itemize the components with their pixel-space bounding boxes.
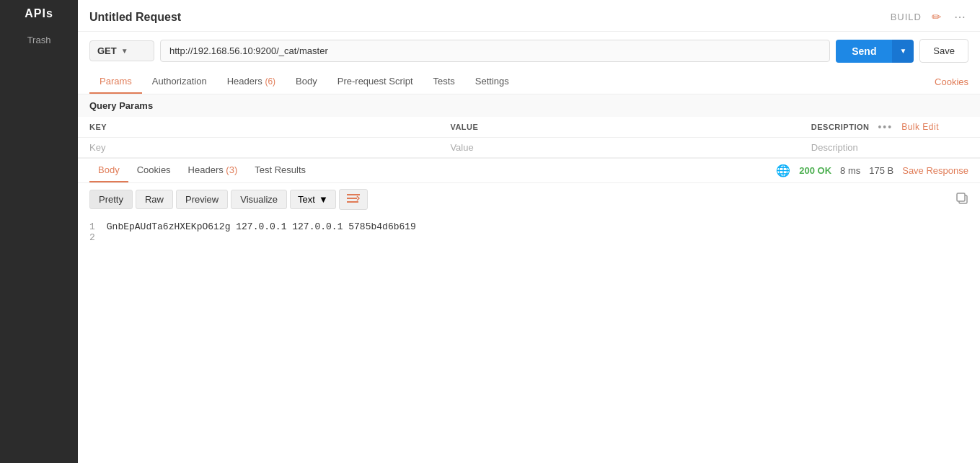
text-format-dropdown[interactable]: Text ▼	[290, 190, 336, 209]
more-icon-button[interactable]: ⋯	[951, 7, 968, 27]
format-preview-button[interactable]: Preview	[176, 190, 228, 209]
send-dropdown-button[interactable]: ▼	[892, 40, 914, 63]
globe-icon: 🌐	[776, 164, 790, 177]
bulk-edit-link[interactable]: Bulk Edit	[901, 122, 939, 132]
code-value-1: GnbEpAUdTa6zHXEKpO6i2g 127.0.0.1 127.0.0…	[107, 221, 416, 232]
wrap-lines-button[interactable]	[339, 189, 368, 210]
text-format-label: Text	[298, 194, 315, 205]
response-section: Body Cookies Headers (3) Test Results 🌐 …	[78, 158, 980, 463]
response-body-toolbar: Pretty Raw Preview Visualize Text ▼	[78, 183, 980, 216]
method-select[interactable]: GET ▼	[89, 40, 154, 61]
chevron-down-icon: ▼	[121, 47, 128, 55]
response-size: 175 B	[869, 165, 893, 176]
send-btn-group: Send ▼	[836, 40, 914, 63]
edit-icon-button[interactable]: ✏	[929, 7, 944, 27]
format-raw-button[interactable]: Raw	[136, 190, 173, 209]
save-response-link[interactable]: Save Response	[902, 165, 968, 176]
sidebar: APIs Trash	[0, 0, 78, 463]
response-tabs-bar: Body Cookies Headers (3) Test Results 🌐 …	[78, 159, 980, 183]
resp-tab-headers[interactable]: Headers (3)	[180, 159, 247, 182]
response-content: 1 GnbEpAUdTa6zHXEKpO6i2g 127.0.0.1 127.0…	[78, 216, 980, 463]
save-button[interactable]: Save	[919, 39, 968, 63]
tab-settings[interactable]: Settings	[465, 70, 519, 94]
key-placeholder: Key	[89, 142, 105, 153]
code-line-2: 2	[89, 232, 968, 243]
desc-placeholder: Description	[811, 142, 858, 153]
main-content: Untitled Request BUILD ✏ ⋯ GET ▼ Send ▼ …	[78, 0, 980, 463]
tab-tests[interactable]: Tests	[423, 70, 465, 94]
copy-response-button[interactable]	[955, 192, 968, 208]
send-button[interactable]: Send	[836, 40, 892, 63]
tab-pre-request-script[interactable]: Pre-request Script	[327, 70, 423, 94]
value-placeholder: Value	[450, 142, 473, 153]
sidebar-apis-label: APIs	[25, 7, 53, 20]
col-desc-header: DESCRIPTION ••• Bulk Edit	[800, 117, 980, 138]
resp-tab-cookies[interactable]: Cookies	[128, 159, 180, 182]
resp-tab-test-results[interactable]: Test Results	[246, 159, 314, 182]
format-visualize-button[interactable]: Visualize	[231, 190, 287, 209]
params-table: KEY VALUE DESCRIPTION ••• Bulk Edit Key …	[78, 117, 980, 158]
cookies-link[interactable]: Cookies	[935, 76, 968, 87]
top-bar-actions: BUILD ✏ ⋯	[891, 7, 968, 27]
resp-tab-body[interactable]: Body	[89, 159, 128, 182]
col-desc-actions: DESCRIPTION ••• Bulk Edit	[811, 121, 968, 133]
url-bar: GET ▼ Send ▼ Save	[78, 32, 980, 70]
col-key-header: KEY	[78, 117, 438, 138]
table-options-button[interactable]: •••	[878, 121, 893, 133]
response-status: 200 OK	[799, 165, 831, 176]
line-number-2: 2	[89, 232, 95, 243]
response-time: 8 ms	[840, 165, 860, 176]
request-title: Untitled Request	[89, 11, 181, 24]
url-input[interactable]	[160, 40, 830, 62]
svg-rect-4	[957, 193, 965, 201]
format-pretty-button[interactable]: Pretty	[89, 190, 133, 209]
chevron-down-icon: ▼	[319, 194, 328, 205]
table-row: Key Value Description	[78, 138, 980, 158]
line-number-1: 1	[89, 221, 95, 232]
query-params-label: Query Params	[78, 94, 980, 117]
request-tabs: Params Authorization Headers (6) Body Pr…	[78, 70, 980, 94]
tab-authorization[interactable]: Authorization	[142, 70, 217, 94]
top-bar: Untitled Request BUILD ✏ ⋯	[78, 0, 980, 32]
col-value-header: VALUE	[438, 117, 799, 138]
sidebar-trash-item[interactable]: Trash	[27, 35, 51, 45]
build-label: BUILD	[891, 12, 922, 22]
tab-params[interactable]: Params	[89, 70, 142, 94]
code-line-1: 1 GnbEpAUdTa6zHXEKpO6i2g 127.0.0.1 127.0…	[89, 221, 968, 232]
method-label: GET	[97, 45, 117, 56]
response-meta: 🌐 200 OK 8 ms 175 B Save Response	[776, 164, 968, 177]
tab-headers[interactable]: Headers (6)	[217, 70, 286, 94]
query-params-section: Query Params KEY VALUE DESCRIPTION ••• B…	[78, 94, 980, 158]
tab-body[interactable]: Body	[286, 70, 327, 94]
